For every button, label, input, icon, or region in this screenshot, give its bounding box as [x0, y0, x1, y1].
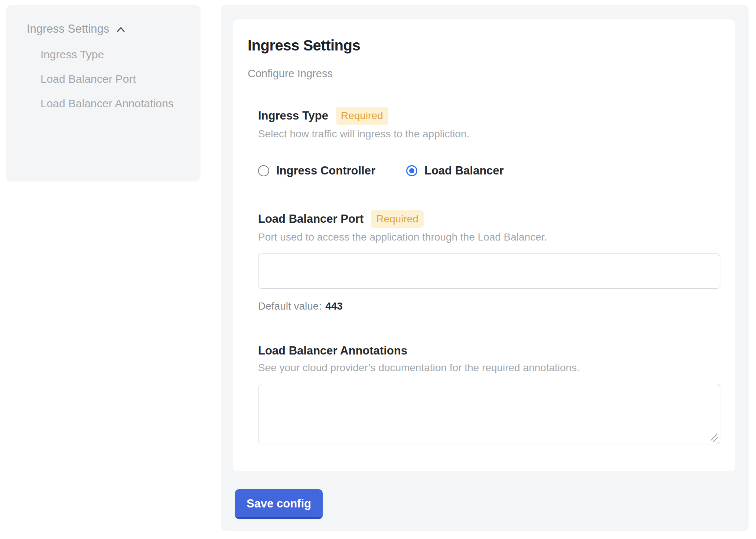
annotations-textarea-wrap [258, 384, 720, 444]
sidebar-item-ingress-type[interactable]: Ingress Type [40, 46, 182, 63]
sidebar-item-list: Ingress Type Load Balancer Port Load Bal… [27, 46, 189, 112]
ingress-settings-card: Ingress Settings Configure Ingress Ingre… [233, 19, 735, 471]
radio-button-icon [258, 165, 269, 176]
radio-option-ingress-controller[interactable]: Ingress Controller [258, 164, 375, 177]
sidebar-section-label: Ingress Settings [27, 22, 109, 36]
required-badge: Required [371, 210, 424, 228]
field-label-load-balancer-annotations: Load Balancer Annotations [258, 343, 407, 359]
load-balancer-port-input[interactable] [258, 254, 720, 289]
page-subtitle: Configure Ingress [248, 66, 720, 81]
save-config-button[interactable]: Save config [235, 489, 323, 519]
sidebar-item-load-balancer-port[interactable]: Load Balancer Port [40, 71, 182, 87]
radio-option-label: Ingress Controller [276, 164, 375, 177]
ingress-settings-panel: Ingress Settings Configure Ingress Ingre… [221, 5, 749, 531]
section-ingress-type: Ingress Type Required Select how traffic… [258, 107, 720, 177]
field-label-ingress-type: Ingress Type [258, 108, 328, 124]
radio-button-icon [406, 165, 417, 176]
field-description-load-balancer-port: Port used to access the application thro… [258, 230, 720, 244]
section-load-balancer-annotations: Load Balancer Annotations See your cloud… [258, 343, 720, 444]
sidebar-item-load-balancer-annotations[interactable]: Load Balancer Annotations [40, 95, 182, 112]
section-head: Ingress Type Required [258, 107, 720, 125]
field-description-load-balancer-annotations: See your cloud provider’s documentation … [258, 361, 720, 375]
chevron-up-icon [115, 24, 127, 36]
ingress-type-radio-group: Ingress Controller Load Balancer [258, 164, 720, 177]
section-load-balancer-port: Load Balancer Port Required Port used to… [258, 210, 720, 313]
settings-nav-sidebar: Ingress Settings Ingress Type Load Balan… [6, 5, 201, 182]
field-description-ingress-type: Select how traffic will ingress to the a… [258, 127, 720, 141]
field-label-load-balancer-port: Load Balancer Port [258, 211, 364, 227]
radio-option-load-balancer[interactable]: Load Balancer [406, 164, 504, 177]
page-title: Ingress Settings [248, 36, 720, 54]
radio-option-label: Load Balancer [424, 164, 504, 177]
default-value-note: Default value:443 [258, 299, 720, 313]
load-balancer-annotations-textarea[interactable] [258, 384, 720, 444]
required-badge: Required [336, 107, 388, 125]
section-head: Load Balancer Annotations [258, 343, 720, 359]
textarea-resize-handle[interactable] [711, 434, 718, 442]
default-value-label: Default value: [258, 300, 322, 312]
default-value-number: 443 [325, 300, 343, 312]
section-head: Load Balancer Port Required [258, 210, 720, 228]
sidebar-section-toggle-ingress-settings[interactable]: Ingress Settings [27, 22, 189, 36]
form-sections: Ingress Type Required Select how traffic… [248, 107, 720, 444]
